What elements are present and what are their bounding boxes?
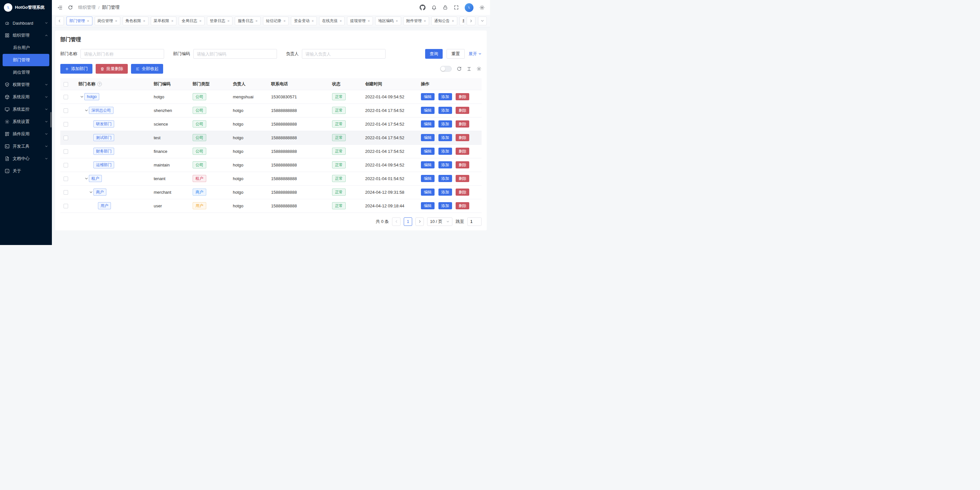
- department-name-tag[interactable]: 研发部门: [93, 120, 114, 128]
- delete-button[interactable]: 删除: [456, 202, 469, 209]
- expand-chevron-down-icon[interactable]: [84, 109, 89, 112]
- delete-button[interactable]: 删除: [456, 161, 469, 168]
- sidebar-item-system-monitor[interactable]: 系统监控: [0, 103, 52, 115]
- edit-button[interactable]: 编辑: [421, 134, 434, 141]
- department-name-tag[interactable]: 用户: [98, 202, 111, 209]
- delete-button[interactable]: 删除: [456, 120, 469, 128]
- close-icon[interactable]: [199, 19, 202, 23]
- close-icon[interactable]: [339, 19, 342, 23]
- tab[interactable]: 提现管理: [347, 16, 373, 25]
- close-icon[interactable]: [424, 19, 426, 23]
- collapse-all-button[interactable]: 全部收起: [131, 64, 163, 73]
- department-name-tag[interactable]: 财务部门: [93, 148, 114, 155]
- menu-collapse-icon[interactable]: [57, 5, 63, 10]
- tabs-scroll-left-button[interactable]: [55, 16, 64, 25]
- delete-button[interactable]: 删除: [456, 175, 469, 182]
- dept-name-input[interactable]: [80, 49, 164, 59]
- edit-button[interactable]: 编辑: [421, 148, 434, 155]
- close-icon[interactable]: [143, 19, 146, 23]
- jump-page-input[interactable]: [467, 217, 482, 226]
- expand-chevron-down-icon[interactable]: [88, 190, 93, 194]
- tab[interactable]: 菜单权限: [151, 16, 177, 25]
- current-page-button[interactable]: 1: [404, 217, 412, 226]
- tab[interactable]: 地区编码: [375, 16, 401, 25]
- edit-button[interactable]: 编辑: [421, 93, 434, 100]
- table-density-icon[interactable]: [467, 67, 471, 72]
- row-checkbox[interactable]: [64, 109, 68, 113]
- tab[interactable]: 登录日志: [207, 16, 233, 25]
- department-name-tag[interactable]: 商户: [93, 188, 107, 196]
- search-button[interactable]: 查询: [425, 49, 443, 59]
- tab[interactable]: 服务: [460, 16, 464, 25]
- tab[interactable]: 岗位管理: [95, 16, 121, 25]
- sidebar-item-permission[interactable]: 权限管理: [0, 78, 52, 91]
- refresh-icon[interactable]: [68, 5, 73, 10]
- close-icon[interactable]: [368, 19, 370, 23]
- prev-page-button[interactable]: [392, 217, 401, 226]
- edit-button[interactable]: 编辑: [421, 202, 434, 209]
- close-icon[interactable]: [311, 19, 314, 23]
- close-icon[interactable]: [115, 19, 118, 23]
- page-size-select[interactable]: 10 / 页: [427, 217, 452, 226]
- github-icon[interactable]: [420, 5, 425, 10]
- delete-button[interactable]: 删除: [456, 134, 469, 141]
- edit-button[interactable]: 编辑: [421, 188, 434, 196]
- edit-button[interactable]: 编辑: [421, 175, 434, 182]
- close-icon[interactable]: [87, 19, 89, 23]
- expand-chevron-down-icon[interactable]: [79, 95, 84, 99]
- row-checkbox[interactable]: [64, 149, 68, 154]
- add-button[interactable]: 添加: [438, 161, 452, 168]
- next-page-button[interactable]: [415, 217, 424, 226]
- delete-button[interactable]: 删除: [456, 107, 469, 114]
- edit-button[interactable]: 编辑: [421, 107, 434, 114]
- department-name-tag[interactable]: hotgo: [84, 93, 99, 100]
- sidebar-item-docs[interactable]: 文档中心: [0, 153, 52, 165]
- close-icon[interactable]: [171, 19, 174, 23]
- sidebar-item-devtools[interactable]: 开发工具: [0, 140, 52, 153]
- user-avatar[interactable]: [465, 3, 474, 12]
- delete-button[interactable]: 删除: [456, 93, 469, 100]
- expand-filters-button[interactable]: 展开: [469, 51, 482, 57]
- add-button[interactable]: 添加: [438, 175, 452, 182]
- tab[interactable]: 角色权限: [123, 16, 148, 25]
- sidebar-item-organization[interactable]: 组织管理: [0, 29, 52, 41]
- row-checkbox[interactable]: [64, 122, 68, 126]
- expand-chevron-down-icon[interactable]: [84, 177, 89, 180]
- add-button[interactable]: 添加: [438, 120, 452, 128]
- row-checkbox[interactable]: [64, 190, 68, 195]
- leader-input[interactable]: [302, 49, 386, 59]
- department-name-tag[interactable]: 测试部门: [93, 134, 114, 141]
- row-checkbox[interactable]: [64, 177, 68, 181]
- add-button[interactable]: 添加: [438, 148, 452, 155]
- select-all-checkbox[interactable]: [64, 82, 68, 87]
- row-checkbox[interactable]: [64, 136, 68, 140]
- delete-button[interactable]: 删除: [456, 188, 469, 196]
- sidebar-item-position-manage[interactable]: 岗位管理: [0, 66, 52, 78]
- notification-bell-icon[interactable]: [431, 5, 437, 10]
- close-icon[interactable]: [255, 19, 258, 23]
- tab[interactable]: 在线充值: [319, 16, 345, 25]
- sidebar-item-department-manage[interactable]: 部门管理: [3, 54, 49, 66]
- sidebar-item-dashboard[interactable]: Dashboard: [0, 17, 52, 29]
- department-name-tag[interactable]: 深圳总公司: [89, 107, 113, 114]
- delete-button[interactable]: 删除: [456, 148, 469, 155]
- department-name-tag[interactable]: 租户: [89, 175, 102, 182]
- tabs-scroll-right-button[interactable]: [467, 16, 476, 25]
- breadcrumb-item[interactable]: 组织管理: [78, 5, 95, 10]
- tab[interactable]: 服务日志: [235, 16, 261, 25]
- reset-button[interactable]: 重置: [447, 49, 465, 59]
- tabs-menu-button[interactable]: [478, 16, 487, 25]
- settings-gear-icon[interactable]: [479, 5, 485, 10]
- help-icon[interactable]: [97, 82, 102, 86]
- sidebar-item-system-settings[interactable]: 系统设置: [0, 115, 52, 128]
- add-button[interactable]: 添加: [438, 188, 452, 196]
- row-checkbox[interactable]: [64, 204, 68, 208]
- tab[interactable]: 资金变动: [291, 16, 317, 25]
- sidebar-item-system-apps[interactable]: 系统应用: [0, 91, 52, 103]
- edit-button[interactable]: 编辑: [421, 161, 434, 168]
- close-icon[interactable]: [228, 19, 230, 23]
- department-name-tag[interactable]: 运维部门: [93, 161, 114, 168]
- tab[interactable]: 通知公告: [431, 16, 457, 25]
- sidebar-scrollbar-thumb[interactable]: [50, 112, 52, 128]
- add-department-button[interactable]: 添加部门: [60, 64, 92, 73]
